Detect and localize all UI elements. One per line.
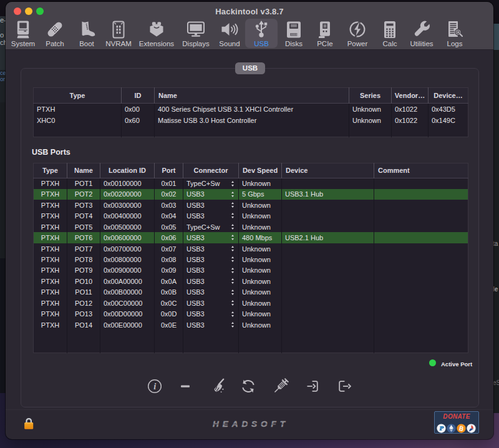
svg-text:i: i bbox=[153, 381, 156, 391]
svg-text:HEADSOFT: HEADSOFT bbox=[213, 419, 286, 429]
svg-text:P: P bbox=[439, 425, 443, 432]
